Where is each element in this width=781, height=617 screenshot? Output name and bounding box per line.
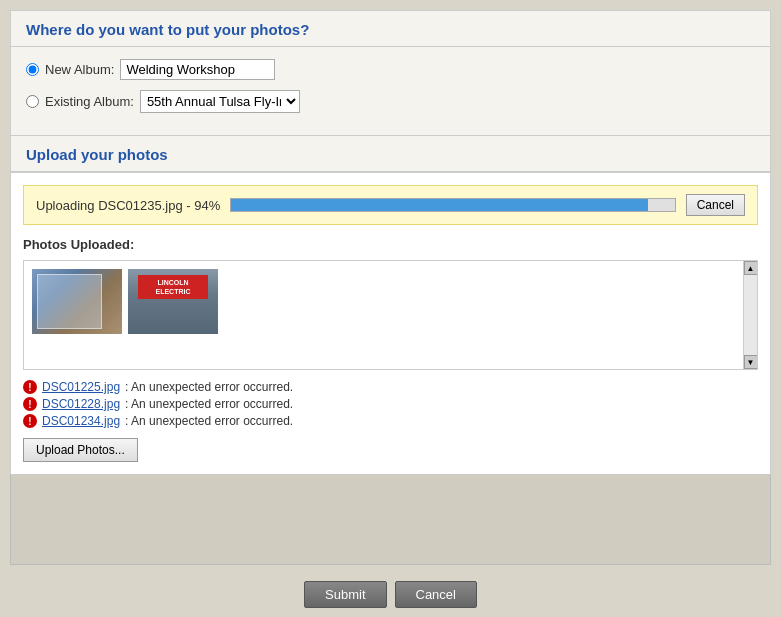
existing-album-radio[interactable] xyxy=(26,95,39,108)
existing-album-select[interactable]: 55th Annual Tulsa Fly-In xyxy=(140,90,300,113)
photos-scrollbar[interactable]: ▲ ▼ xyxy=(743,261,757,369)
scroll-down-arrow[interactable]: ▼ xyxy=(744,355,758,369)
progress-row: Uploading DSC01235.jpg - 94% Cancel xyxy=(23,185,758,225)
photos-grid-area: LINCOLNELECTRIC ▲ ▼ xyxy=(23,260,758,370)
scroll-track xyxy=(744,275,757,355)
existing-album-label: Existing Album: xyxy=(45,94,134,109)
photos-scroll-wrapper: LINCOLNELECTRIC xyxy=(32,269,749,334)
footer-buttons: Submit Cancel xyxy=(0,565,781,617)
upload-section-title: Upload your photos xyxy=(26,146,168,163)
error-file-1[interactable]: DSC01225.jpg xyxy=(42,380,120,394)
error-message-3: : An unexpected error occurred. xyxy=(125,414,293,428)
submit-button[interactable]: Submit xyxy=(304,581,386,608)
new-album-row: New Album: xyxy=(26,59,755,80)
error-message-2: : An unexpected error occurred. xyxy=(125,397,293,411)
error-item-3: ! DSC01234.jpg : An unexpected error occ… xyxy=(23,414,758,428)
error-file-3[interactable]: DSC01234.jpg xyxy=(42,414,120,428)
cancel-button[interactable]: Cancel xyxy=(395,581,477,608)
error-file-2[interactable]: DSC01228.jpg xyxy=(42,397,120,411)
scroll-up-arrow[interactable]: ▲ xyxy=(744,261,758,275)
error-message-1: : An unexpected error occurred. xyxy=(125,380,293,394)
photos-uploaded-label: Photos Uploaded: xyxy=(23,237,758,252)
lincoln-electric-sign: LINCOLNELECTRIC xyxy=(138,275,208,299)
error-icon-1: ! xyxy=(23,380,37,394)
error-item-2: ! DSC01228.jpg : An unexpected error occ… xyxy=(23,397,758,411)
new-album-radio[interactable] xyxy=(26,63,39,76)
gray-area xyxy=(10,475,771,565)
existing-album-row: Existing Album: 55th Annual Tulsa Fly-In xyxy=(26,90,755,113)
progress-bar-fill xyxy=(231,199,648,211)
page-question: Where do you want to put your photos? xyxy=(26,21,309,38)
progress-label: Uploading DSC01235.jpg - 94% xyxy=(36,198,220,213)
new-album-label: New Album: xyxy=(45,62,114,77)
error-item-1: ! DSC01225.jpg : An unexpected error occ… xyxy=(23,380,758,394)
new-album-input[interactable] xyxy=(120,59,275,80)
photo-thumb-2: LINCOLNELECTRIC xyxy=(128,269,218,334)
upload-photos-button[interactable]: Upload Photos... xyxy=(23,438,138,462)
progress-bar-container xyxy=(230,198,675,212)
photo-thumb-1 xyxy=(32,269,122,334)
error-list: ! DSC01225.jpg : An unexpected error occ… xyxy=(23,380,758,428)
error-icon-2: ! xyxy=(23,397,37,411)
error-icon-3: ! xyxy=(23,414,37,428)
progress-cancel-button[interactable]: Cancel xyxy=(686,194,745,216)
